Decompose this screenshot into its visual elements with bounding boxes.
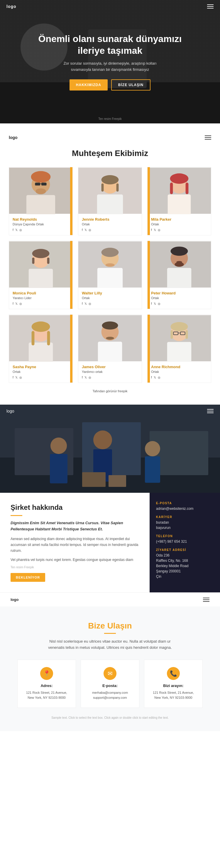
team-card-jennie-roberts: Jennie Roberts Ortak f 𝕏 ◎ xyxy=(78,167,142,236)
about-yellow-line xyxy=(10,515,22,516)
nat-reynolds-info: Nat Reynolds Dünya Çapında Ortak f 𝕏 ◎ xyxy=(9,214,72,235)
twitter-icon-m[interactable]: 𝕏 xyxy=(154,228,156,231)
warehouse-hamburger[interactable] xyxy=(207,409,214,413)
facebook-icon-j[interactable]: f xyxy=(82,228,83,231)
twitter-icon-s[interactable]: 𝕏 xyxy=(15,376,17,379)
facebook-icon-mo[interactable]: f xyxy=(12,302,13,305)
james-oliver-role: Yardımcı ortak xyxy=(82,370,138,373)
contact-button[interactable]: BİZE ULAŞIN xyxy=(111,79,150,91)
phone-card-value: 121 Rock Street, 21 Avenue, New York, NY… xyxy=(150,690,196,701)
svg-point-20 xyxy=(102,175,119,184)
instagram-icon-ar[interactable]: ◎ xyxy=(158,376,160,379)
team-hamburger[interactable] xyxy=(205,135,211,140)
svg-point-39 xyxy=(105,263,114,267)
svg-rect-31 xyxy=(29,269,53,288)
twitter-icon-ar[interactable]: 𝕏 xyxy=(154,376,156,379)
instagram-icon-s[interactable]: ◎ xyxy=(20,376,22,379)
yellow-bar-left xyxy=(148,167,150,235)
svg-rect-21 xyxy=(102,183,104,191)
twitter-icon-j[interactable]: 𝕏 xyxy=(84,228,87,231)
facebook-icon-m[interactable]: f xyxy=(151,228,152,231)
facebook-icon-w[interactable]: f xyxy=(82,302,83,305)
svg-rect-65 xyxy=(186,330,188,339)
instagram-icon-p[interactable]: ◎ xyxy=(158,302,160,305)
svg-point-13 xyxy=(31,171,51,183)
walter-lilly-name: Walter Lilly xyxy=(82,291,138,295)
nat-reynolds-name: Nat Reynolds xyxy=(12,217,69,222)
team-card-anne-richmond: Anne Richmond Ortak f 𝕏 ◎ xyxy=(147,314,211,383)
svg-point-55 xyxy=(102,321,118,330)
twitter-icon-mo[interactable]: 𝕏 xyxy=(15,302,17,305)
facebook-icon[interactable]: f xyxy=(12,228,13,231)
team-card-james-oliver: James Oliver Yardımcı ortak f 𝕏 ◎ xyxy=(78,314,142,383)
jennie-roberts-name: Jennie Roberts xyxy=(82,217,138,222)
svg-rect-64 xyxy=(171,330,173,339)
facebook-icon-ar[interactable]: f xyxy=(151,376,152,379)
twitter-icon-jo[interactable]: 𝕏 xyxy=(84,376,87,379)
jennie-roberts-info: Jennie Roberts Ortak f 𝕏 ◎ xyxy=(78,214,142,235)
phone-value: (+987) 987 654 321 xyxy=(156,539,214,544)
svg-point-4 xyxy=(178,95,191,108)
twitter-icon-p[interactable]: 𝕏 xyxy=(154,302,156,305)
instagram-icon-jo[interactable]: ◎ xyxy=(88,376,91,379)
facebook-icon-p[interactable]: f xyxy=(151,302,152,305)
about-hamburger[interactable] xyxy=(203,598,210,602)
svg-rect-11 xyxy=(26,195,55,214)
warehouse-nav: logo xyxy=(0,405,220,417)
team-card-sasha-payne: Sasha Payne Ortak f 𝕏 ◎ xyxy=(9,314,73,383)
mila-parker-name: Mila Parker xyxy=(151,217,208,222)
team-card-walter-lilly: Walter Lilly Ortak f 𝕏 ◎ xyxy=(78,241,142,309)
about-title: Şirket hakkında xyxy=(10,503,141,512)
svg-rect-37 xyxy=(98,268,122,288)
contact-card-email: ✉ E-posta: merhaba@company.com support@c… xyxy=(81,660,139,708)
instagram-icon[interactable]: ◎ xyxy=(20,228,22,231)
about-bottom-bar: logo xyxy=(0,592,220,607)
address-value: Oda 236 Raffles City, No. 168 Berkley Mi… xyxy=(156,553,214,579)
instagram-icon-j[interactable]: ◎ xyxy=(88,228,91,231)
hero-buttons: HAKKIMIZDA BİZE ULAŞIN xyxy=(70,79,150,91)
svg-rect-1 xyxy=(117,53,205,100)
hamburger-menu[interactable] xyxy=(207,4,214,8)
facebook-icon-jo[interactable]: f xyxy=(82,376,83,379)
team-grid: Nat Reynolds Dünya Çapında Ortak f 𝕏 ◎ xyxy=(9,167,211,383)
contact-subtitle: Nisl nisl scelerisque eu ultrices vitae … xyxy=(45,639,175,651)
anne-richmond-socials: f 𝕏 ◎ xyxy=(151,376,208,379)
peter-howard-role: Ortak xyxy=(151,296,208,300)
jennie-roberts-socials: f 𝕏 ◎ xyxy=(82,228,138,231)
sample-text: Sample text. Click to select the text bo… xyxy=(10,716,210,719)
svg-rect-54 xyxy=(98,342,122,362)
about-cta-button[interactable]: BEKLENİYOR xyxy=(10,573,45,582)
nat-reynolds-socials: f 𝕏 ◎ xyxy=(12,228,69,231)
hero-logo: logo xyxy=(6,4,16,9)
sasha-payne-name: Sasha Payne xyxy=(12,365,69,369)
svg-rect-59 xyxy=(167,342,191,362)
anne-richmond-info: Anne Richmond Ortak f 𝕏 ◎ xyxy=(148,362,211,382)
svg-rect-27 xyxy=(170,183,173,194)
warehouse-section: logo xyxy=(0,405,220,493)
instagram-icon-m[interactable]: ◎ xyxy=(158,228,160,231)
twitter-icon-w[interactable]: 𝕏 xyxy=(84,302,87,305)
svg-rect-14 xyxy=(35,183,40,186)
jennie-roberts-role: Ortak xyxy=(82,222,138,226)
svg-point-3 xyxy=(125,95,139,108)
yellow-bar-right-2 xyxy=(70,241,72,309)
monica-pouli-info: Monica Pouli Yaratıcı Lider f 𝕏 ◎ xyxy=(9,288,72,309)
sasha-payne-photo xyxy=(9,315,72,362)
instagram-icon-mo[interactable]: ◎ xyxy=(20,302,22,305)
phone-icon: 📞 xyxy=(167,667,180,680)
team-title: Muhteşem Ekibimiz xyxy=(9,149,211,158)
monica-pouli-role: Yaratıcı Lider xyxy=(12,296,69,300)
twitter-icon[interactable]: 𝕏 xyxy=(15,228,17,231)
sasha-payne-role: Ortak xyxy=(12,370,69,373)
peter-howard-info: Peter Howard Ortak f 𝕏 ◎ xyxy=(148,288,211,309)
career-value: buradan başvurun xyxy=(156,520,214,530)
instagram-icon-w[interactable]: ◎ xyxy=(88,302,91,305)
warehouse-logo: logo xyxy=(6,409,14,413)
about-button[interactable]: HAKKIMIZDA xyxy=(70,79,108,91)
peter-howard-socials: f 𝕏 ◎ xyxy=(151,302,208,305)
mila-parker-info: Mila Parker Ortak f 𝕏 ◎ xyxy=(148,214,211,235)
james-oliver-photo xyxy=(78,315,142,362)
svg-rect-25 xyxy=(168,194,191,214)
contact-yellow-line xyxy=(104,633,116,634)
facebook-icon-s[interactable]: f xyxy=(12,376,13,379)
